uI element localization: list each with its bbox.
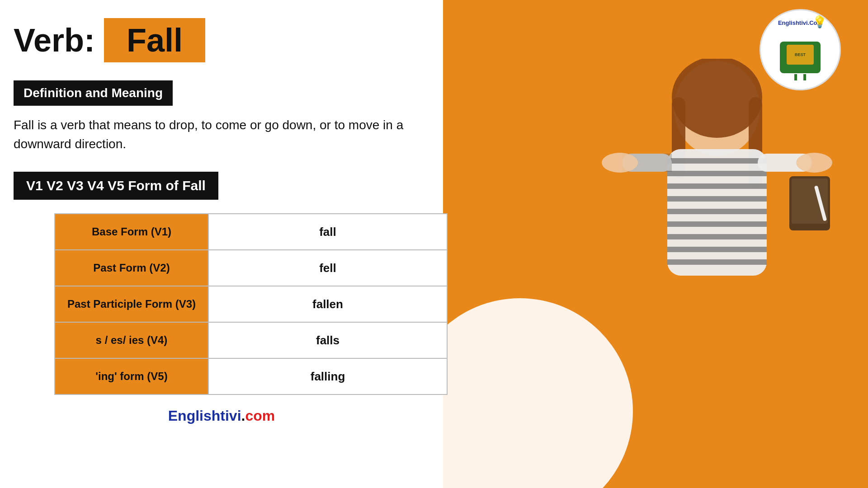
svg-point-16: [602, 153, 638, 173]
svg-rect-10: [667, 221, 767, 227]
forms-heading: V1 V2 V3 V4 V5 Form of Fall: [14, 172, 218, 200]
table-cell-value: falling: [209, 359, 447, 394]
table-cell-label: s / es/ ies (V4): [55, 323, 209, 358]
person-svg: [563, 59, 868, 488]
logo-tv-legs: [791, 74, 809, 80]
svg-rect-5: [667, 158, 767, 164]
table-cell-label: Base Form (V1): [55, 214, 209, 249]
definition-heading: Definition and Meaning: [14, 80, 173, 106]
table-row: Base Form (V1)fall: [55, 214, 447, 250]
verb-prefix-label: Verb:: [14, 22, 95, 59]
logo-tv-leg-right: [803, 74, 806, 80]
brand-blue-text: Englishtivi: [168, 408, 241, 424]
table-row: s / es/ ies (V4)falls: [55, 323, 447, 359]
table-cell-label: Past Form (V2): [55, 250, 209, 286]
svg-rect-9: [667, 209, 767, 214]
definition-text: Fall is a verb that means to drop, to co…: [14, 116, 420, 154]
svg-rect-6: [667, 171, 767, 176]
table-cell-label: 'ing' form (V5): [55, 359, 209, 394]
svg-rect-12: [667, 247, 767, 252]
logo-text: Englishtivi.Com: [761, 19, 840, 26]
table-row: 'ing' form (V5)falling: [55, 359, 447, 394]
person-silhouette: [563, 59, 868, 488]
screen-text: BEST: [795, 52, 806, 57]
table-cell-value: fell: [209, 250, 447, 286]
svg-rect-8: [667, 196, 767, 202]
brand-red-text: com: [245, 408, 275, 424]
table-row: Past Form (V2)fell: [55, 250, 447, 286]
logo-tv-leg-left: [794, 74, 797, 80]
svg-rect-7: [667, 183, 767, 189]
table-cell-value: fallen: [209, 286, 447, 322]
table-cell-value: falls: [209, 323, 447, 358]
logo-circle: Englishtivi.Com 💡 BEST: [760, 9, 841, 90]
table-row: Past Participle Form (V3)fallen: [55, 286, 447, 323]
logo-tv: BEST: [780, 42, 821, 73]
title-row: Verb: Fall: [14, 18, 429, 62]
content-area: Verb: Fall Definition and Meaning Fall i…: [0, 0, 443, 488]
table-cell-label: Past Participle Form (V3): [55, 286, 209, 322]
verb-word-highlight: Fall: [104, 18, 205, 62]
svg-point-18: [796, 153, 832, 173]
footer-brand: Englishtivi.com: [14, 408, 429, 424]
lightbulb-icon: 💡: [812, 15, 827, 29]
logo-tv-screen: BEST: [787, 45, 814, 65]
verb-forms-table: Base Form (V1)fallPast Form (V2)fellPast…: [54, 213, 448, 395]
svg-rect-13: [667, 259, 767, 265]
right-panel: Englishtivi.Com 💡 BEST: [443, 0, 868, 488]
svg-rect-11: [667, 234, 767, 239]
table-cell-value: fall: [209, 214, 447, 249]
